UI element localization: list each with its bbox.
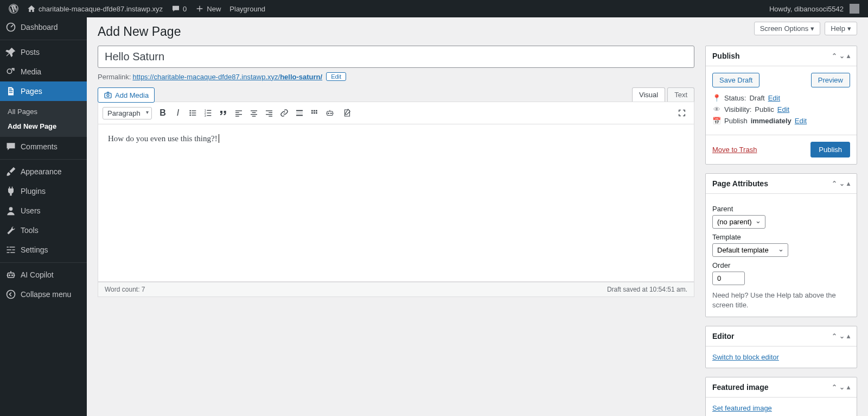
fullscreen-icon: [678, 109, 686, 117]
align-center-button[interactable]: [246, 105, 261, 121]
sidebar-item-ai-copilot[interactable]: AI Copilot: [0, 265, 87, 285]
playground-link[interactable]: Playground: [225, 0, 270, 17]
sidebar-item-collapse[interactable]: Collapse menu: [0, 285, 87, 304]
toggle-icon[interactable]: ▴: [847, 52, 850, 60]
svg-rect-38: [314, 110, 315, 112]
page-title: Add New Page: [98, 24, 857, 39]
quote-icon: [219, 109, 228, 117]
svg-rect-37: [311, 110, 313, 112]
sidebar-sub-all-pages[interactable]: All Pages: [0, 104, 87, 119]
switch-block-editor-link[interactable]: Switch to block editor: [712, 353, 779, 361]
sidebar-item-appearance[interactable]: Appearance: [0, 162, 87, 181]
svg-point-5: [9, 275, 10, 276]
howdy-link[interactable]: Howdy, dibanosoci5542: [765, 0, 864, 17]
bold-button[interactable]: B: [155, 105, 170, 121]
kitchen-icon: [310, 109, 319, 117]
robot-button[interactable]: [322, 105, 337, 121]
sidebar-item-plugins[interactable]: Plugins: [0, 181, 87, 201]
title-input[interactable]: [98, 46, 694, 68]
sidebar-item-dashboard[interactable]: Dashboard: [0, 17, 87, 37]
format-select[interactable]: Paragraph: [103, 107, 152, 119]
eye-icon: 👁: [712, 105, 721, 114]
toggle-icon[interactable]: ▴: [847, 332, 850, 340]
sidebar-item-settings[interactable]: Settings: [0, 240, 87, 260]
svg-rect-31: [269, 112, 272, 113]
publish-button[interactable]: Publish: [810, 142, 850, 157]
postbox-title: Publish: [712, 52, 740, 60]
svg-text:3: 3: [205, 114, 206, 117]
number-list-button[interactable]: 123: [201, 105, 216, 121]
admin-sidebar: Dashboard Posts Media Pages All Pages Ad…: [0, 17, 87, 416]
move-up-icon[interactable]: ⌃: [832, 52, 837, 60]
help-button[interactable]: Help ▾: [825, 22, 857, 35]
tab-text[interactable]: Text: [667, 87, 694, 102]
sidebar-item-comments[interactable]: Comments: [0, 137, 87, 156]
sidebar-item-posts[interactable]: Posts: [0, 42, 87, 62]
add-media-button[interactable]: Add Media: [98, 87, 155, 103]
toggle-icon[interactable]: ▴: [847, 180, 850, 187]
tab-visual[interactable]: Visual: [632, 87, 665, 102]
postbox-featured-image: Featured image ⌃⌄▴ Set featured image: [705, 377, 857, 416]
move-up-icon[interactable]: ⌃: [832, 180, 837, 187]
sidebar-item-pages[interactable]: Pages: [0, 81, 87, 101]
robot-icon: [5, 269, 16, 280]
ol-icon: 123: [204, 109, 213, 117]
move-down-icon[interactable]: ⌄: [839, 180, 845, 187]
sidebar-item-tools[interactable]: Tools: [0, 220, 87, 240]
svg-rect-15: [192, 115, 196, 115]
move-down-icon[interactable]: ⌄: [839, 383, 845, 391]
move-up-icon[interactable]: ⌃: [832, 332, 837, 340]
sidebar-item-label: Collapse menu: [21, 290, 71, 299]
link-button[interactable]: [277, 105, 292, 121]
fullscreen-button[interactable]: [674, 105, 690, 121]
save-draft-button[interactable]: Save Draft: [712, 73, 760, 87]
status-edit-link[interactable]: Edit: [768, 94, 780, 102]
preview-button[interactable]: Preview: [811, 73, 850, 87]
align-left-button[interactable]: [231, 105, 246, 121]
align-right-button[interactable]: [261, 105, 277, 121]
screen-options-button[interactable]: Screen Options ▾: [754, 22, 821, 35]
set-featured-image-link[interactable]: Set featured image: [712, 404, 772, 412]
wp-logo[interactable]: [4, 0, 23, 17]
order-input[interactable]: [712, 272, 745, 285]
sidebar-item-label: Posts: [21, 48, 40, 56]
editor-toolbar: Paragraph B I 123: [98, 102, 694, 124]
move-down-icon[interactable]: ⌄: [839, 332, 845, 340]
editor-text: How do you even use this thing?!: [108, 134, 219, 143]
bullet-list-button[interactable]: [186, 105, 201, 121]
edit-button[interactable]: [340, 105, 355, 121]
readmore-icon: [295, 109, 304, 117]
template-select[interactable]: Default template: [712, 243, 788, 257]
media-icon: [5, 66, 16, 77]
move-down-icon[interactable]: ⌄: [839, 52, 845, 60]
toggle-icon[interactable]: ▴: [847, 383, 850, 391]
publish-edit-link[interactable]: Edit: [795, 117, 807, 125]
readmore-button[interactable]: [292, 105, 307, 121]
svg-rect-28: [251, 114, 257, 115]
visibility-edit-link[interactable]: Edit: [777, 105, 789, 114]
permalink-edit-button[interactable]: Edit: [326, 72, 346, 81]
ul-icon: [189, 109, 197, 117]
site-link[interactable]: charitable-macaque-dfde87.instawp.xyz: [23, 0, 167, 17]
comment-count: 0: [183, 5, 187, 13]
italic-button[interactable]: I: [170, 105, 186, 121]
sidebar-item-media[interactable]: Media: [0, 62, 87, 81]
sidebar-item-users[interactable]: Users: [0, 201, 87, 220]
new-link[interactable]: New: [191, 0, 225, 17]
comments-link[interactable]: 0: [167, 0, 191, 17]
permalink-link[interactable]: https://charitable-macaque-dfde87.instaw…: [132, 73, 322, 81]
sidebar-sub-add-new[interactable]: Add New Page: [0, 119, 87, 134]
editor-body[interactable]: How do you even use this thing?!: [98, 124, 694, 282]
toolbar-toggle-button[interactable]: [307, 105, 322, 121]
chevron-down-icon: ▾: [810, 24, 814, 33]
draft-saved: Draft saved at 10:54:51 am.: [607, 286, 687, 293]
quote-button[interactable]: [216, 105, 231, 121]
sidebar-item-label: Comments: [21, 142, 58, 151]
word-count: Word count: 7: [105, 286, 145, 293]
parent-select[interactable]: (no parent): [712, 215, 765, 229]
svg-point-6: [12, 275, 13, 276]
svg-rect-33: [269, 116, 272, 116]
home-icon: [27, 4, 36, 13]
move-to-trash-link[interactable]: Move to Trash: [712, 146, 757, 154]
move-up-icon[interactable]: ⌃: [832, 383, 837, 391]
